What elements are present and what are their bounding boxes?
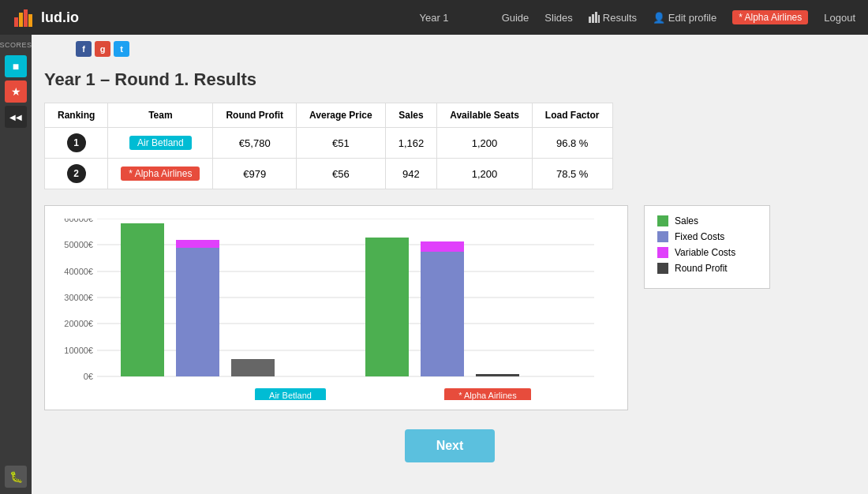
team-alpha-airlines: * Alpha Airlines xyxy=(108,159,213,189)
sidebar-star-btn[interactable]: ★ xyxy=(5,80,27,103)
svg-rect-2 xyxy=(24,9,28,27)
col-avg-price: Average Price xyxy=(297,103,386,128)
nav-links: Guide Slides Results 👤 Edit profile * Al… xyxy=(502,10,855,24)
brand: lud.io xyxy=(13,6,79,28)
svg-text:* Alpha Airlines: * Alpha Airlines xyxy=(458,391,517,400)
col-sales: Sales xyxy=(385,103,437,128)
nav-results[interactable]: Results xyxy=(589,12,637,24)
round-profit-1: €5,780 xyxy=(213,128,297,159)
svg-text:30000€: 30000€ xyxy=(64,293,93,302)
top-nav: lud.io Year 1 Guide Slides Results 👤 Edi… xyxy=(0,0,868,35)
col-ranking: Ranking xyxy=(45,103,108,128)
table-row: 1 Air Betland €5,780 €51 1,162 1,200 96.… xyxy=(45,128,613,159)
legend-variable-costs: Variable Costs xyxy=(657,247,757,258)
main-content: f g t Year 1 – Round 1. Results Ranking … xyxy=(32,35,868,494)
sales-2: 942 xyxy=(385,159,437,189)
chart-icon xyxy=(589,12,600,23)
air-betland-round-profit-bar xyxy=(231,359,275,376)
back-icon: ◀◀ xyxy=(9,113,22,122)
load-factor-2: 78.5 % xyxy=(532,159,612,189)
available-seats-1: 1,200 xyxy=(437,128,533,159)
avg-price-1: €51 xyxy=(297,128,386,159)
next-btn-container: Next xyxy=(44,429,855,462)
alpha-round-profit-bar xyxy=(476,374,519,376)
legend-variable-costs-label: Variable Costs xyxy=(675,247,735,258)
legend-round-profit-color xyxy=(657,263,668,274)
person-icon: 👤 xyxy=(653,12,668,24)
sidebar-bottom: 🐛 xyxy=(5,466,27,488)
results-table: Ranking Team Round Profit Average Price … xyxy=(44,103,613,189)
round-profit-2: €979 xyxy=(213,159,297,189)
svg-rect-0 xyxy=(14,17,18,27)
svg-text:50000€: 50000€ xyxy=(64,240,93,249)
legend-fixed-costs-color xyxy=(657,231,668,242)
rank-badge-2: 2 xyxy=(67,164,86,183)
star-icon: ★ xyxy=(11,85,21,98)
col-team: Team xyxy=(108,103,213,128)
svg-rect-5 xyxy=(592,14,594,23)
table-row: 2 * Alpha Airlines €979 €56 942 1,200 78… xyxy=(45,159,613,189)
legend-round-profit: Round Profit xyxy=(657,263,757,274)
alpha-airlines-badge: * Alpha Airlines xyxy=(121,167,200,181)
google-plus-icon[interactable]: g xyxy=(95,41,110,57)
twitter-icon[interactable]: t xyxy=(114,41,129,57)
rank-badge-1: 1 xyxy=(67,133,86,152)
current-team-badge: * Alpha Airlines xyxy=(732,10,808,24)
year-label: Year 1 xyxy=(419,12,448,24)
load-factor-1: 96.8 % xyxy=(532,128,612,159)
svg-text:10000€: 10000€ xyxy=(64,346,93,355)
col-load-factor: Load Factor xyxy=(532,103,612,128)
sales-1: 1,162 xyxy=(385,128,437,159)
svg-rect-4 xyxy=(589,17,591,23)
brand-name: lud.io xyxy=(41,9,79,26)
svg-rect-1 xyxy=(19,13,23,27)
chart-legend: Sales Fixed Costs Variable Costs Round P… xyxy=(644,205,770,289)
available-seats-2: 1,200 xyxy=(437,159,533,189)
team-air-betland: Air Betland xyxy=(108,128,213,159)
avg-price-2: €56 xyxy=(297,159,386,189)
air-betland-sales-bar xyxy=(121,223,164,376)
sidebar-scores-btn[interactable]: ■ xyxy=(5,55,27,77)
svg-rect-3 xyxy=(28,14,32,27)
legend-fixed-costs-label: Fixed Costs xyxy=(675,231,724,242)
svg-text:Air Betland: Air Betland xyxy=(269,391,312,400)
brand-icon xyxy=(13,6,35,28)
svg-text:0€: 0€ xyxy=(84,372,93,381)
next-button[interactable]: Next xyxy=(405,429,496,462)
rank-1: 1 xyxy=(45,128,108,159)
sidebar-scores-label: SCORES xyxy=(0,41,32,49)
nav-edit-profile[interactable]: 👤 Edit profile xyxy=(653,12,716,24)
chart-area: 0€ 10000€ 20000€ 30000€ 40000€ 50000€ 60… xyxy=(44,205,855,410)
legend-fixed-costs: Fixed Costs xyxy=(657,231,757,242)
svg-text:40000€: 40000€ xyxy=(64,267,93,276)
air-betland-variable-costs-bar xyxy=(176,240,219,248)
svg-rect-7 xyxy=(598,15,600,23)
air-betland-fixed-costs-bar xyxy=(176,248,219,376)
sidebar-bug-btn[interactable]: 🐛 xyxy=(5,466,27,488)
bug-icon: 🐛 xyxy=(9,470,23,483)
col-round-profit: Round Profit xyxy=(213,103,297,128)
content-inner: Year 1 – Round 1. Results Ranking Team R… xyxy=(32,60,868,475)
nav-guide[interactable]: Guide xyxy=(502,12,529,24)
rank-2: 2 xyxy=(45,159,108,189)
sidebar: SCORES ■ ★ ◀◀ 🐛 xyxy=(0,35,32,494)
chart-svg: 0€ 10000€ 20000€ 30000€ 40000€ 50000€ 60… xyxy=(58,219,610,400)
legend-sales-label: Sales xyxy=(675,215,698,226)
legend-sales: Sales xyxy=(657,215,757,226)
bar-chart: 0€ 10000€ 20000€ 30000€ 40000€ 50000€ 60… xyxy=(44,205,628,410)
alpha-variable-costs-bar xyxy=(421,241,464,252)
alpha-fixed-costs-bar xyxy=(421,252,464,376)
svg-text:60000€: 60000€ xyxy=(64,219,93,223)
air-betland-badge: Air Betland xyxy=(129,136,192,150)
facebook-icon[interactable]: f xyxy=(76,41,92,57)
alpha-sales-bar xyxy=(365,238,409,376)
nav-logout[interactable]: Logout xyxy=(824,12,855,24)
col-available-seats: Available Seats xyxy=(437,103,533,128)
scores-icon: ■ xyxy=(13,60,19,73)
legend-round-profit-label: Round Profit xyxy=(675,263,728,274)
sidebar-back-btn[interactable]: ◀◀ xyxy=(5,106,27,128)
svg-text:20000€: 20000€ xyxy=(64,319,93,328)
nav-slides[interactable]: Slides xyxy=(544,12,572,24)
svg-rect-6 xyxy=(595,12,597,23)
legend-sales-color xyxy=(657,215,668,226)
